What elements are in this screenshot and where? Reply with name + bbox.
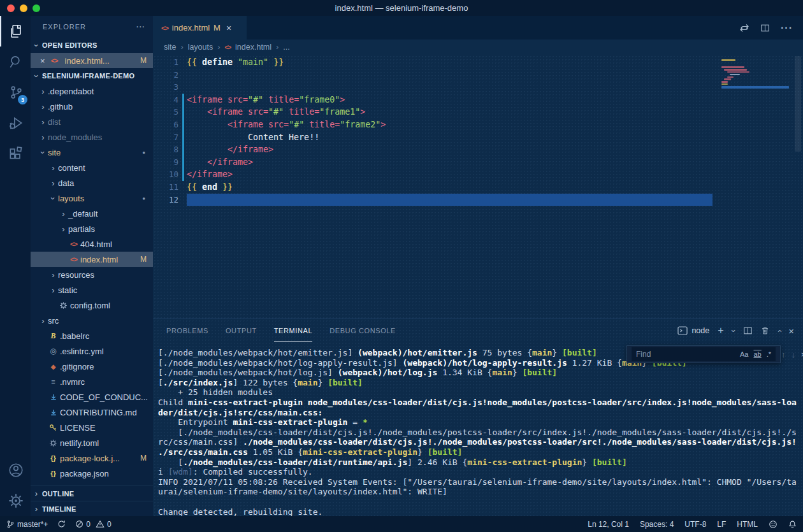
tree-item--nvmrc[interactable]: ≡.nvmrc xyxy=(31,374,153,389)
tree-item-layouts[interactable]: ›layouts● xyxy=(31,191,153,206)
tree-item-config-toml[interactable]: config.toml xyxy=(31,298,153,313)
close-icon[interactable]: × xyxy=(40,56,45,66)
tree-item-license[interactable]: LICENSE xyxy=(31,420,153,435)
find-input[interactable] xyxy=(636,350,735,359)
code-line-12[interactable]: 12 xyxy=(153,194,803,206)
tree-item-static[interactable]: ›static xyxy=(31,282,153,298)
whole-word-icon[interactable]: ab xyxy=(753,350,761,358)
maximize-panel-icon[interactable]: › xyxy=(774,329,784,332)
find-next-icon[interactable]: ↓ xyxy=(792,350,796,359)
close-window-button[interactable] xyxy=(7,4,15,12)
tree-item-site[interactable]: ›site● xyxy=(31,145,153,160)
tree-item-label: site xyxy=(48,148,61,157)
tree-item--gitignore[interactable]: ◈.gitignore xyxy=(31,359,153,374)
tab-index-html[interactable]: <> index.html M × xyxy=(153,16,247,40)
open-editors-header[interactable]: › OPEN EDITORS xyxy=(31,38,153,53)
indentation-setting[interactable]: Spaces: 4 xyxy=(640,520,674,529)
outline-section-header[interactable]: › OUTLINE xyxy=(31,485,153,501)
tree-item-src[interactable]: ›src xyxy=(31,313,153,328)
tree-item-resources[interactable]: ›resources xyxy=(31,267,153,282)
maximize-window-button[interactable] xyxy=(33,4,40,12)
source-control-icon[interactable]: 3 xyxy=(0,77,31,108)
explorer-icon[interactable] xyxy=(0,16,31,47)
more-actions-icon[interactable]: ··· xyxy=(781,22,793,34)
project-section-header[interactable]: › SELENIUM-IFRAME-DEMO xyxy=(31,68,153,83)
code-line-10[interactable]: 10</iframe> xyxy=(153,168,803,181)
git-branch-status[interactable]: master*+ xyxy=(6,520,48,529)
find-previous-icon[interactable]: ↑ xyxy=(781,350,786,359)
tree-item-contributing-md[interactable]: CONTRIBUTING.md xyxy=(31,405,153,420)
terminal-dropdown-icon[interactable]: › xyxy=(728,329,738,332)
settings-gear-icon[interactable] xyxy=(0,485,31,516)
extensions-icon[interactable] xyxy=(0,138,31,169)
code-line-2[interactable]: 2 xyxy=(153,69,803,82)
tree-item-package-lock-j-[interactable]: {}package-lock.j...M xyxy=(31,450,153,466)
tab-close-icon[interactable]: × xyxy=(226,23,231,33)
language-mode[interactable]: HTML xyxy=(737,520,758,529)
tree-item-package-json[interactable]: {}package.json xyxy=(31,466,153,481)
code-line-4[interactable]: 4<iframe src="#" title="frame0"> xyxy=(153,94,803,106)
code-editor[interactable]: 1{{ define "main" }}234<iframe src="#" t… xyxy=(153,55,803,319)
tree-item--github[interactable]: ›.github xyxy=(31,99,153,114)
search-icon[interactable] xyxy=(0,47,31,77)
accounts-icon[interactable] xyxy=(0,455,31,485)
regex-icon[interactable]: .* xyxy=(767,350,771,358)
panel-tab-debug-console[interactable]: DEBUG CONSOLE xyxy=(329,319,396,342)
code-line-6[interactable]: 6 <iframe src="#" title="frame2"> xyxy=(153,119,803,131)
open-editor-item-index-html[interactable]: × <> index.html... M xyxy=(31,53,153,68)
split-editor-icon[interactable] xyxy=(760,24,770,32)
terminal-shell-picker[interactable]: node xyxy=(677,326,709,335)
tree-item--eslintrc-yml[interactable]: ◎.eslintrc.yml xyxy=(31,343,153,359)
match-case-icon[interactable]: Aa xyxy=(740,350,748,358)
tree-item-index-html[interactable]: <>index.htmlM xyxy=(31,252,153,267)
code-line-9[interactable]: 9 </iframe> xyxy=(153,156,803,169)
problems-status[interactable]: 0 0 xyxy=(75,520,111,529)
split-terminal-icon[interactable] xyxy=(743,326,753,335)
cursor-position[interactable]: Ln 12, Col 1 xyxy=(588,520,629,529)
tree-item-node-modules[interactable]: ›node_modules xyxy=(31,129,153,145)
code-line-1[interactable]: 1{{ define "main" }} xyxy=(153,56,803,69)
run-debug-icon[interactable] xyxy=(0,108,31,138)
sync-changes-button[interactable] xyxy=(57,520,66,528)
code-line-3[interactable]: 3 xyxy=(153,81,803,94)
kill-terminal-icon[interactable] xyxy=(761,326,769,335)
terminal-output[interactable]: [./node_modules/webpack/hot/emitter.js] … xyxy=(153,342,803,516)
tree-item-data[interactable]: ›data xyxy=(31,175,153,191)
code-text: {{ define "main" }} xyxy=(187,56,713,69)
breadcrumb-item--[interactable]: ... xyxy=(283,43,289,52)
panel-tab-terminal[interactable]: TERMINAL xyxy=(274,319,312,342)
open-changes-icon[interactable] xyxy=(739,24,749,32)
timeline-section-header[interactable]: › TIMELINE xyxy=(31,501,153,516)
tree-item-netlify-toml[interactable]: netlify.toml xyxy=(31,435,153,450)
encoding-setting[interactable]: UTF-8 xyxy=(684,520,706,529)
breadcrumb-item-layouts[interactable]: layouts xyxy=(188,43,213,52)
tree-item-label: data xyxy=(58,178,74,188)
tree-item-code-of-conduc-[interactable]: CODE_OF_CONDUC... xyxy=(31,389,153,405)
feedback-icon[interactable] xyxy=(769,520,778,529)
code-line-8[interactable]: 8 </iframe> xyxy=(153,143,803,156)
code-line-11[interactable]: 11{{ end }} xyxy=(153,181,803,194)
sidebar-more-actions-icon[interactable]: ··· xyxy=(136,23,145,31)
breadcrumb-item-site[interactable]: site xyxy=(164,43,176,52)
code-line-7[interactable]: 7 Content Here!! xyxy=(153,131,803,144)
tree-item-dist[interactable]: ›dist xyxy=(31,114,153,129)
tree-item--default[interactable]: ›_default xyxy=(31,206,153,221)
panel-tab-problems[interactable]: PROBLEMS xyxy=(166,319,208,342)
eol-setting[interactable]: LF xyxy=(717,520,726,529)
close-panel-icon[interactable]: × xyxy=(788,326,794,336)
tree-item-partials[interactable]: ›partials xyxy=(31,221,153,236)
tree-item--babelrc[interactable]: B.babelrc xyxy=(31,328,153,343)
panel-tab-output[interactable]: OUTPUT xyxy=(226,319,257,342)
tree-item--dependabot[interactable]: ›.dependabot xyxy=(31,83,153,99)
breadcrumb-item-index-html[interactable]: index.html xyxy=(235,43,271,52)
editor-scrollbar[interactable] xyxy=(795,56,801,152)
new-terminal-icon[interactable]: + xyxy=(718,326,723,336)
chevron-right-icon: › xyxy=(31,489,42,498)
tree-item-content[interactable]: ›content xyxy=(31,160,153,175)
notifications-bell-icon[interactable] xyxy=(788,520,797,529)
tab-label: index.html xyxy=(172,23,210,32)
minimize-window-button[interactable] xyxy=(20,4,27,12)
code-line-5[interactable]: 5 <iframe src="#" title="frame1"> xyxy=(153,106,803,119)
minimap[interactable] xyxy=(721,59,789,89)
tree-item-404-html[interactable]: <>404.html xyxy=(31,236,153,252)
